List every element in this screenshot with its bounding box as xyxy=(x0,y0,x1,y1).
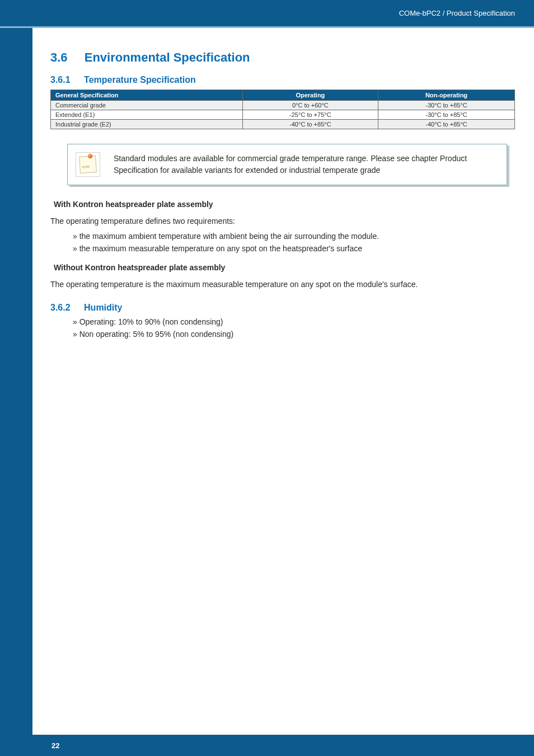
table-header-row: General Specification Operating Non-oper… xyxy=(51,90,515,101)
col-operating: Operating xyxy=(242,90,378,101)
cell-operating: -25°C to +75°C xyxy=(242,110,378,120)
col-general-spec: General Specification xyxy=(51,90,243,101)
without-heatspreader-title: Without Kontron heatspreader plate assem… xyxy=(54,263,515,272)
subsection-title: Temperature Specification xyxy=(84,75,196,84)
main-content: 3.6 Environmental Specification 3.6.1 Te… xyxy=(50,50,515,346)
subsection-temp-heading: 3.6.1 Temperature Specification xyxy=(50,75,515,85)
section-heading: 3.6 Environmental Specification xyxy=(50,50,515,65)
cell-nonoperating: -40°C to +85°C xyxy=(378,120,515,129)
col-non-operating: Non-operating xyxy=(378,90,515,101)
without-heatspreader-text: The operating temperature is the maximum… xyxy=(50,279,515,290)
cell-nonoperating: -30°C to +85°C xyxy=(378,101,515,110)
list-item: the maximum measurable temperature on an… xyxy=(73,244,515,253)
cell-label: Extended (E1) xyxy=(51,110,243,120)
with-heatspreader-intro: The operating temperature defines two re… xyxy=(50,215,515,227)
note-text: Standard modules are available for comme… xyxy=(114,153,496,176)
page-header: COMe-bPC2 / Product Specification xyxy=(0,0,534,28)
section-number: 3.6 xyxy=(50,50,68,65)
left-rail xyxy=(0,28,32,756)
list-item: the maximum ambient temperature with amb… xyxy=(73,232,515,241)
list-item: Operating: 10% to 90% (non condensing) xyxy=(73,317,515,326)
note-icon xyxy=(76,152,100,177)
note-pin-icon xyxy=(88,154,92,158)
section-title: Environmental Specification xyxy=(85,50,250,64)
with-heatspreader-list: the maximum ambient temperature with amb… xyxy=(50,232,515,253)
page-number: 22 xyxy=(51,741,59,750)
note-box: Standard modules are available for comme… xyxy=(67,144,507,185)
table-row: Commercial grade 0°C to +60°C -30°C to +… xyxy=(51,101,515,110)
note-box-wrap: Standard modules are available for comme… xyxy=(67,144,507,185)
humidity-list: Operating: 10% to 90% (non condensing) N… xyxy=(50,317,515,339)
list-item: Non operating: 5% to 95% (non condensing… xyxy=(73,330,515,339)
cell-operating: 0°C to +60°C xyxy=(242,101,378,110)
cell-label: Commercial grade xyxy=(51,101,243,110)
with-heatspreader-title: With Kontron heatspreader plate assembly xyxy=(54,200,515,209)
breadcrumb: COMe-bPC2 / Product Specification xyxy=(399,9,515,17)
table-row: Extended (E1) -25°C to +75°C -30°C to +8… xyxy=(51,110,515,120)
subsection-humidity-heading: 3.6.2 Humidity xyxy=(50,303,515,313)
temperature-table: General Specification Operating Non-oper… xyxy=(50,90,515,129)
cell-nonoperating: -30°C to +85°C xyxy=(378,110,515,120)
cell-operating: -40°C to +85°C xyxy=(242,120,378,129)
table-row: Industrial grade (E2) -40°C to +85°C -40… xyxy=(51,120,515,129)
page-footer: 22 xyxy=(0,735,534,756)
subsection-title: Humidity xyxy=(84,303,122,312)
note-paper-icon xyxy=(79,156,97,173)
subsection-number: 3.6.1 xyxy=(50,75,71,85)
cell-label: Industrial grade (E2) xyxy=(51,120,243,129)
subsection-number: 3.6.2 xyxy=(50,303,71,313)
